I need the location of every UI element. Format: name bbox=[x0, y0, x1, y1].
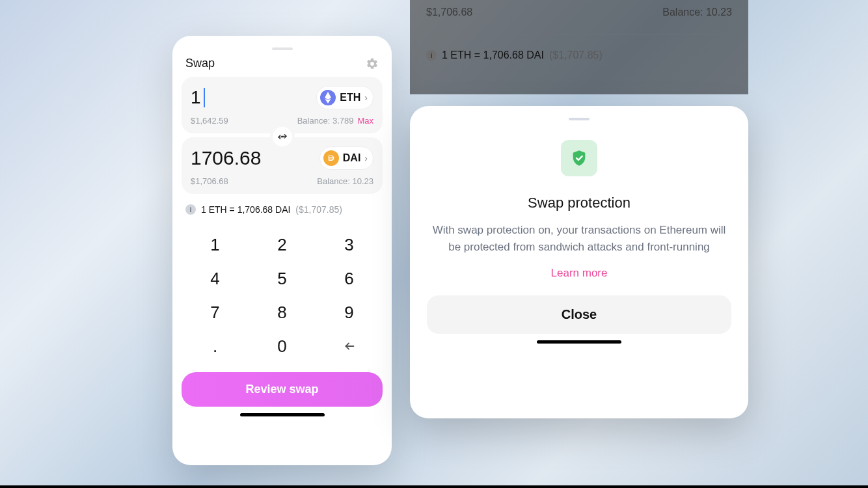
from-amount-value: 1 bbox=[191, 87, 201, 108]
switch-tokens-button[interactable] bbox=[270, 124, 295, 149]
info-icon: i bbox=[426, 50, 437, 61]
chevron-right-icon: › bbox=[364, 92, 368, 103]
rate-fiat: ($1,707.85) bbox=[295, 204, 342, 215]
key-4[interactable]: 4 bbox=[182, 262, 249, 295]
eth-icon bbox=[320, 90, 336, 105]
close-button[interactable]: Close bbox=[427, 295, 731, 334]
to-token-symbol: DAI bbox=[343, 152, 361, 164]
page-title: Swap bbox=[185, 57, 215, 70]
numeric-keypad: 1 2 3 4 5 6 7 8 9 . 0 bbox=[182, 228, 383, 363]
max-button[interactable]: Max bbox=[357, 116, 373, 126]
drag-handle[interactable] bbox=[569, 118, 590, 120]
bg-rate-text: 1 ETH = 1,706.68 DAI bbox=[442, 49, 544, 61]
swap-screen: Swap 1 ETH › $1,642.59 Balance: 3.789 M bbox=[172, 36, 392, 465]
bg-rate-fiat: ($1,707.85) bbox=[549, 49, 603, 61]
svg-point-0 bbox=[327, 154, 335, 162]
divider bbox=[426, 34, 732, 34]
learn-more-link[interactable]: Learn more bbox=[551, 267, 608, 280]
key-0[interactable]: 0 bbox=[249, 329, 316, 363]
sheet-body: With swap protection on, your transactio… bbox=[427, 222, 731, 255]
chevron-right-icon: › bbox=[364, 153, 368, 163]
drag-handle[interactable] bbox=[272, 47, 293, 50]
bg-fiat: $1,706.68 bbox=[426, 7, 472, 18]
rate-text: 1 ETH = 1,706.68 DAI bbox=[201, 204, 290, 215]
swap-header: Swap bbox=[182, 57, 383, 77]
to-fiat-value: $1,706.68 bbox=[191, 176, 228, 186]
bg-balance-label: Balance: 10.23 bbox=[662, 7, 732, 18]
from-amount-input[interactable]: 1 bbox=[191, 87, 205, 108]
key-9[interactable]: 9 bbox=[316, 295, 383, 329]
dai-icon bbox=[323, 150, 339, 166]
to-token-panel: 1706.68 DAI › $1,706.68 Balance: 10.23 bbox=[182, 137, 383, 194]
dimmed-background: $1,706.68 Balance: 10.23 i 1 ETH = 1,706… bbox=[410, 0, 748, 94]
home-indicator[interactable] bbox=[537, 340, 621, 344]
to-balance-label: Balance: 10.23 bbox=[317, 176, 373, 186]
frame-edge bbox=[0, 485, 868, 488]
key-5[interactable]: 5 bbox=[249, 262, 316, 295]
sheet-title: Swap protection bbox=[528, 195, 631, 211]
shield-check-icon bbox=[561, 140, 597, 176]
from-token-selector[interactable]: ETH › bbox=[316, 86, 373, 109]
key-2[interactable]: 2 bbox=[249, 228, 316, 262]
to-token-selector[interactable]: DAI › bbox=[319, 146, 373, 170]
from-fiat-value: $1,642.59 bbox=[191, 116, 228, 126]
key-8[interactable]: 8 bbox=[249, 295, 316, 329]
to-amount-value: 1706.68 bbox=[191, 147, 261, 169]
key-1[interactable]: 1 bbox=[182, 228, 249, 262]
rate-row: i 1 ETH = 1,706.68 DAI ($1,707.85) bbox=[182, 198, 383, 217]
text-cursor bbox=[204, 88, 205, 107]
gear-icon[interactable] bbox=[366, 57, 379, 70]
bg-balance-row: $1,706.68 Balance: 10.23 bbox=[426, 7, 732, 18]
home-indicator[interactable] bbox=[240, 413, 325, 416]
from-token-symbol: ETH bbox=[340, 92, 360, 103]
key-dot[interactable]: . bbox=[182, 329, 249, 363]
info-icon[interactable]: i bbox=[185, 204, 196, 215]
from-balance-label: Balance: 3.789 bbox=[297, 116, 354, 126]
key-7[interactable]: 7 bbox=[182, 295, 249, 329]
key-6[interactable]: 6 bbox=[316, 262, 383, 295]
review-swap-button[interactable]: Review swap bbox=[182, 372, 383, 407]
swap-protection-sheet: Swap protection With swap protection on,… bbox=[410, 106, 748, 418]
bg-rate-row: i 1 ETH = 1,706.68 DAI ($1,707.85) bbox=[426, 49, 603, 61]
key-backspace[interactable] bbox=[316, 329, 383, 363]
key-3[interactable]: 3 bbox=[316, 228, 383, 262]
